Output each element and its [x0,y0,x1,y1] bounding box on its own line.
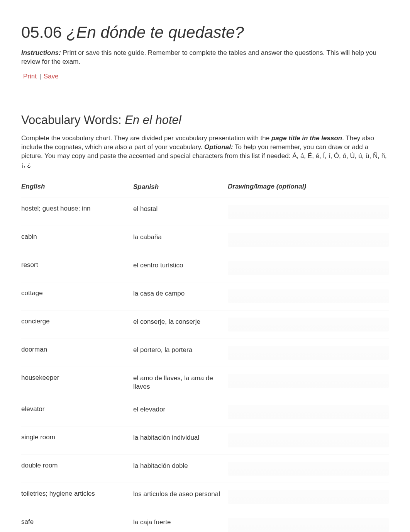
cell-image[interactable] [228,490,389,504]
table-row: elevatorel elevador [21,398,389,426]
table-row: doormanel portero, la portera [21,338,389,367]
cell-spanish: el elevador [133,405,228,414]
cell-spanish: los articulos de aseo personal [133,490,228,498]
table-row: conciergeel conserje, la conserje [21,310,389,338]
lesson-title: 05.06 ¿En dónde te quedaste? [21,23,389,42]
desc-bold1: page title in the lesson [271,134,342,142]
cell-english: concierge [21,318,133,325]
cell-english: single room [21,433,133,441]
cell-english: cabin [21,233,133,241]
section-description: Complete the vocabulary chart. They are … [21,134,389,170]
cell-image[interactable] [228,205,389,219]
cell-english: resort [21,261,133,269]
cell-spanish: la habitación doble [133,462,228,470]
instructions-label: Instructions: [21,49,61,56]
cell-english: elevator [21,405,133,413]
instructions-text: Instructions: Print or save this note gu… [21,49,389,66]
table-row: housekeeperel amo de llaves, la ama de l… [21,367,389,398]
cell-image[interactable] [228,346,389,360]
cell-english: cottage [21,289,133,297]
cell-image[interactable] [228,318,389,331]
table-row: single roomla habitación individual [21,426,389,454]
cell-image[interactable] [228,374,389,388]
section-title: Vocabulary Words: En el hotel [21,113,389,127]
table-row: toiletries; hygiene articleslos articulo… [21,483,389,511]
cell-image[interactable] [228,462,389,476]
print-link[interactable]: Print [23,73,37,80]
cell-image[interactable] [228,261,389,275]
lesson-number: 05.06 [21,23,62,41]
cell-english: doorman [21,346,133,354]
table-row: cottagela casa de campo [21,282,389,310]
section-title-italic: En el hotel [125,113,181,127]
cell-image[interactable] [228,433,389,447]
cell-spanish: la habitación individual [133,433,228,442]
cell-spanish: el portero, la portera [133,346,228,354]
lesson-title-italic: ¿En dónde te quedaste? [66,23,244,41]
cell-spanish: la casa de campo [133,289,228,298]
cell-spanish: el amo de llaves, la ama de llaves [133,374,228,391]
cell-english: housekeeper [21,374,133,382]
link-separator: | [39,73,41,80]
section-title-prefix: Vocabulary Words: [21,113,125,127]
table-row: resortel centro turístico [21,254,389,282]
header-spanish: Spanish [133,183,228,191]
table-row: safela caja fuerte [21,511,389,532]
cell-spanish: la caja fuerte [133,518,228,527]
cell-image[interactable] [228,518,389,532]
table-row: double roomla habitación doble [21,454,389,483]
cell-english: hostel; guest house; inn [21,205,133,212]
cell-english: double room [21,462,133,469]
header-english: English [21,183,133,191]
cell-spanish: la cabaña [133,233,228,241]
cell-spanish: el hostal [133,205,228,213]
vocab-table-header: English Spanish Drawing/Image (optional) [21,180,389,197]
desc-part1: Complete the vocabulary chart. They are … [21,134,271,142]
vocab-table-body: hostel; guest house; innel hostalcabinla… [21,197,389,532]
cell-image[interactable] [228,233,389,247]
table-row: cabinla cabaña [21,226,389,254]
table-row: hostel; guest house; innel hostal [21,197,389,226]
cell-spanish: el conserje, la conserje [133,318,228,326]
cell-image[interactable] [228,405,389,419]
desc-bold2: Optional: [204,143,233,151]
action-links: Print | Save [21,73,389,80]
cell-english: safe [21,518,133,526]
cell-image[interactable] [228,289,389,303]
save-link[interactable]: Save [44,73,59,80]
header-image: Drawing/Image (optional) [228,183,306,191]
instructions-body: Print or save this note guide. Remember … [21,49,376,65]
vocab-table: English Spanish Drawing/Image (optional)… [21,180,389,532]
cell-spanish: el centro turístico [133,261,228,270]
cell-english: toiletries; hygiene articles [21,490,133,498]
